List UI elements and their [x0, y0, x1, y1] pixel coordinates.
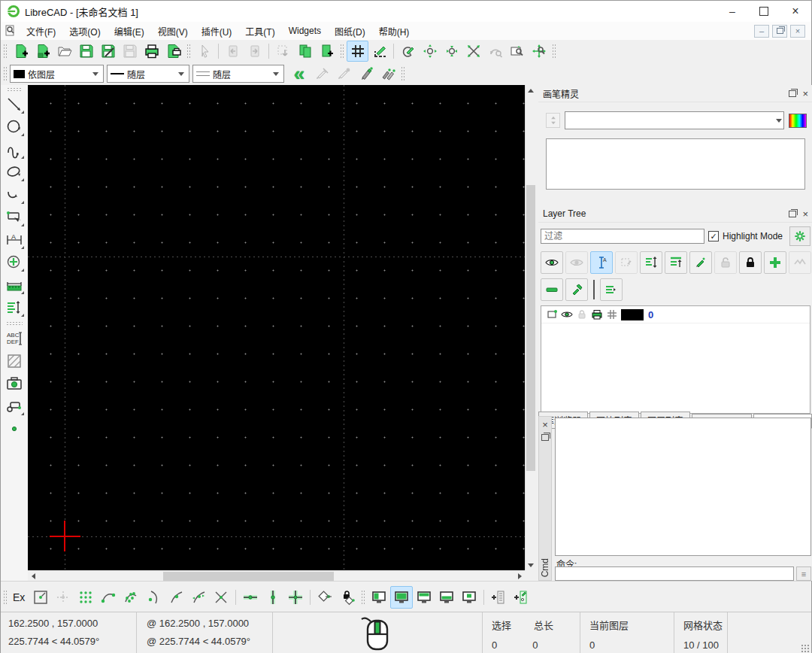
layer-construction-icon[interactable]	[606, 308, 618, 320]
toolbar-handle[interactable]	[340, 44, 344, 59]
block-tool-button[interactable]	[3, 396, 26, 417]
command-history[interactable]	[555, 418, 811, 556]
layer-row[interactable]: 0	[541, 306, 810, 323]
image-tool-button[interactable]	[3, 373, 26, 394]
menu-view[interactable]: 视图(V)	[151, 23, 195, 40]
pen-pick-resolved-button[interactable]	[333, 63, 355, 84]
command-options-button[interactable]: ≡	[796, 566, 811, 581]
add-command-widget-button[interactable]	[487, 586, 510, 609]
polyline-tool-button[interactable]	[3, 184, 26, 205]
horizontal-scrollbar[interactable]	[28, 570, 525, 582]
layer-pen-button[interactable]	[689, 251, 712, 274]
open-button[interactable]	[53, 41, 75, 62]
lock-all-button[interactable]	[739, 251, 762, 274]
layer-print-icon[interactable]	[591, 308, 603, 320]
snap-intersection-button[interactable]	[210, 586, 232, 609]
toolbar-handle[interactable]	[361, 590, 365, 605]
line-tool-button[interactable]	[3, 94, 26, 115]
maximize-button[interactable]	[748, 1, 780, 22]
hatch-tool-button[interactable]	[3, 351, 26, 372]
statusbar-dock-float-button[interactable]	[458, 586, 480, 609]
toolbar-handle[interactable]	[401, 66, 405, 81]
move-layer-top-button[interactable]	[665, 251, 687, 274]
rename-layer-button[interactable]: A	[590, 251, 613, 274]
scroll-down-arrow[interactable]	[526, 560, 536, 570]
layer-list[interactable]: 0	[541, 305, 810, 414]
pen-width-combobox[interactable]: 随层	[107, 65, 189, 83]
show-all-layers-button[interactable]	[541, 251, 563, 274]
layer-tools-button[interactable]	[565, 278, 588, 301]
pen-wizard-spinner-button[interactable]	[546, 113, 560, 128]
menu-edit[interactable]: 编辑(E)	[108, 23, 151, 40]
zoom-out-button[interactable]	[441, 41, 462, 62]
toolbar-handle[interactable]	[552, 44, 556, 59]
resize-grip[interactable]	[801, 644, 810, 653]
ellipse-tool-button[interactable]	[3, 162, 26, 183]
remove-layer-button[interactable]	[541, 278, 563, 301]
snap-middle-button[interactable]	[165, 586, 187, 609]
menu-tools[interactable]: 工具(T)	[238, 23, 281, 40]
hide-all-layers-button[interactable]	[565, 251, 588, 274]
statusbar-dock-full-button[interactable]	[390, 586, 413, 609]
layer-filter-input[interactable]	[541, 229, 704, 244]
menu-widgets[interactable]: Widgets	[282, 23, 328, 38]
select-pointer-button[interactable]	[193, 41, 215, 62]
draft-mode-button[interactable]	[368, 41, 390, 62]
close-panel-icon[interactable]: ×	[802, 89, 808, 99]
new-document-button[interactable]	[10, 41, 32, 62]
pen-pick-button[interactable]	[311, 63, 333, 84]
zoom-pan-button[interactable]	[528, 41, 550, 62]
toolbar-handle[interactable]	[186, 44, 191, 59]
cut-button[interactable]	[272, 41, 294, 62]
scroll-up-arrow[interactable]	[526, 85, 536, 96]
snap-entity-button[interactable]	[120, 586, 142, 609]
dimension-tool-button[interactable]: A	[3, 229, 26, 251]
save-as-button[interactable]	[97, 41, 119, 62]
menu-options[interactable]: 选项(O)	[62, 23, 107, 40]
toolbar-handle[interactable]	[3, 590, 8, 605]
copy-button[interactable]	[294, 41, 316, 62]
menu-drawings[interactable]: 图纸(D)	[328, 23, 372, 40]
free-snap-button[interactable]	[29, 586, 52, 609]
pen-wizard-list[interactable]	[546, 138, 805, 190]
minimize-button[interactable]: –	[717, 1, 748, 22]
scroll-left-arrow[interactable]	[28, 571, 38, 582]
pen-apply-button[interactable]	[355, 63, 377, 84]
snap-endpoints-button[interactable]	[97, 586, 120, 609]
pen-wizard-combobox[interactable]	[565, 111, 784, 129]
redo-button[interactable]	[244, 41, 265, 62]
menu-file[interactable]: 文件(F)	[20, 23, 62, 40]
pen-color-combobox[interactable]: 依图层	[10, 65, 104, 83]
horizontal-scroll-thumb[interactable]	[163, 572, 334, 581]
unlock-all-button[interactable]	[714, 251, 737, 274]
zoom-in-button[interactable]	[419, 41, 441, 62]
menu-help[interactable]: 帮助(H)	[372, 23, 417, 40]
spline-tool-button[interactable]	[3, 139, 26, 160]
flatten-layers-button[interactable]	[789, 251, 811, 274]
menu-plugins[interactable]: 插件(U)	[195, 23, 239, 40]
grid-snap-button[interactable]	[52, 586, 74, 609]
float-panel-icon[interactable]	[789, 90, 796, 97]
close-panel-icon[interactable]: ×	[802, 209, 808, 219]
edit-layer-button[interactable]	[615, 251, 638, 274]
new-from-template-button[interactable]	[32, 41, 53, 62]
layer-list-view-button[interactable]	[600, 278, 623, 301]
restrict-orthogonal-button[interactable]	[284, 586, 307, 609]
layer-name[interactable]: 0	[648, 309, 653, 320]
redraw-button[interactable]	[397, 41, 419, 62]
grid-toggle-button[interactable]	[347, 41, 368, 62]
print-button[interactable]	[141, 41, 162, 62]
modify-tool-button[interactable]	[3, 252, 26, 273]
statusbar-dock-left-button[interactable]	[368, 586, 390, 609]
print-preview-button[interactable]	[162, 41, 184, 62]
color-palette-button[interactable]	[789, 114, 807, 128]
restrict-horizontal-button[interactable]	[239, 586, 262, 609]
highlight-mode-checkbox[interactable]: ✓	[708, 231, 719, 241]
order-tool-button[interactable]	[3, 297, 26, 318]
add-layer-button[interactable]	[764, 251, 786, 274]
sort-layers-button[interactable]	[640, 251, 662, 274]
toolbar-handle[interactable]	[3, 44, 8, 59]
snap-distance-button[interactable]	[187, 586, 210, 609]
lock-relative-zero-button[interactable]	[336, 586, 359, 609]
layer-color-swatch[interactable]	[621, 309, 644, 320]
